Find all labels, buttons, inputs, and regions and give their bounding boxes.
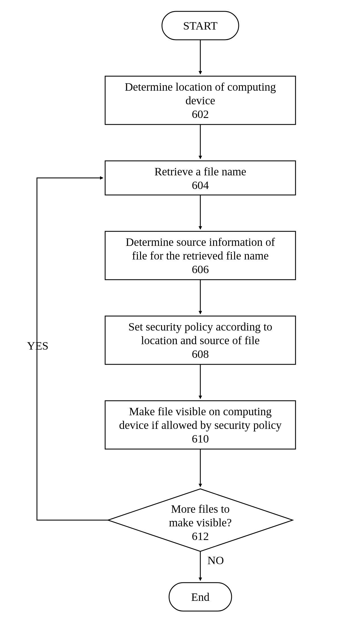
start-node: START [162,11,239,40]
step-606-line2: file for the retrieved file name [132,249,269,262]
step-602-num: 602 [192,108,209,121]
step-604-line1: Retrieve a file name [154,165,246,178]
step-610-line2: device if allowed by security policy [119,419,282,431]
step-608-line2: location and source of file [141,334,260,347]
step-606-line1: Determine source information of [126,236,275,248]
end-label: End [191,591,209,603]
decision-612-line2: make visible? [169,516,232,529]
step-608: Set security policy according to locatio… [105,316,296,364]
step-606-num: 606 [192,263,209,276]
step-602-line1: Determine location of computing [125,80,276,93]
flowchart-svg: START Determine location of computing de… [0,0,364,623]
label-no: NO [207,554,224,567]
step-608-line1: Set security policy according to [128,320,273,333]
step-606: Determine source information of file for… [105,231,296,280]
step-602-line2: device [186,94,215,107]
label-yes: YES [27,339,49,352]
step-610-num: 610 [192,432,209,445]
step-604-num: 604 [192,179,209,192]
start-label: START [183,19,217,32]
decision-612-num: 612 [192,530,209,543]
step-610: Make file visible on computing device if… [105,401,296,449]
decision-612-line1: More files to [171,502,230,515]
end-node: End [169,583,232,611]
step-610-line1: Make file visible on computing [129,405,272,418]
decision-612: More files to make visible? 612 [108,489,293,551]
step-608-num: 608 [192,348,209,360]
step-602: Determine location of computing device 6… [105,76,296,124]
step-604: Retrieve a file name 604 [105,161,296,195]
